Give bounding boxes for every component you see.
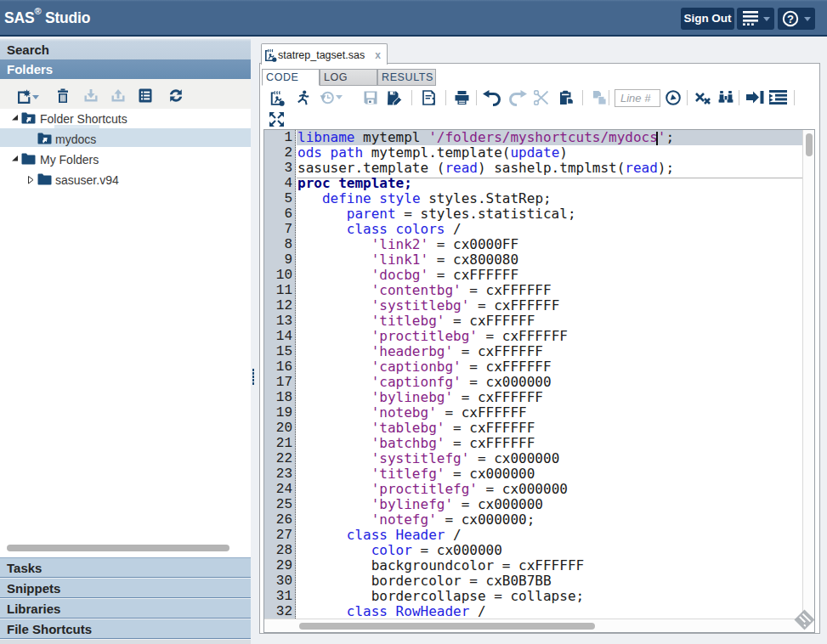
- svg-text:?: ?: [787, 13, 794, 25]
